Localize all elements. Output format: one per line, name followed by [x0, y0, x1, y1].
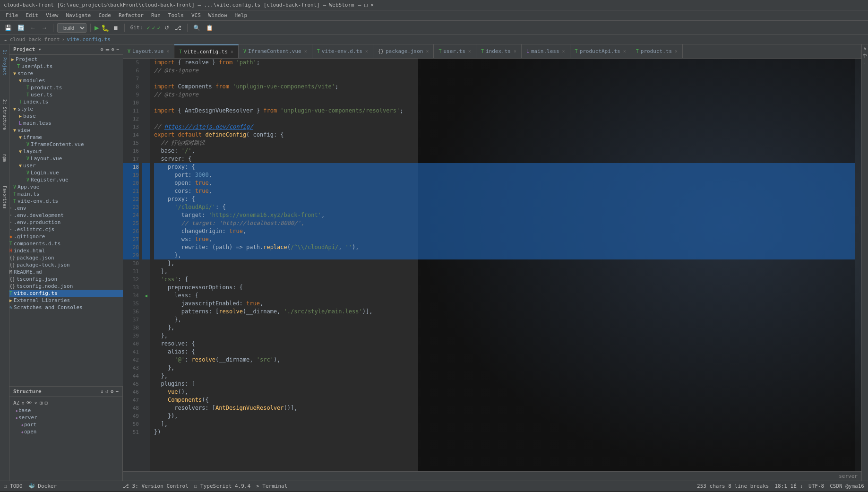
version-control-btn[interactable]: ⎇ 3: Version Control [123, 483, 189, 489]
search-btn[interactable]: 🔍 [191, 24, 202, 32]
sort-type-icon[interactable]: ↕ [21, 400, 25, 406]
window-close-btn[interactable]: — □ ✕ [358, 2, 374, 8]
editor-scrollbar[interactable] [855, 59, 861, 471]
structure-item-base[interactable]: ⬥ base [13, 407, 119, 414]
tree-item-main-less[interactable]: L main.less [9, 120, 123, 127]
project-layout-icon[interactable]: ☰ [105, 47, 110, 52]
sidebar-favorites-icon[interactable]: Favorites [1, 184, 8, 211]
sort-alpha-icon[interactable]: AZ [13, 400, 19, 406]
sidebar-npm-icon[interactable]: npm [1, 152, 8, 164]
sync-btn[interactable]: 🔄 [16, 24, 26, 32]
tree-item-layout-dir[interactable]: ▼ layout [9, 148, 123, 155]
expand-icon[interactable]: ⊞ [40, 400, 43, 406]
tab-close-btn[interactable] [231, 49, 233, 54]
tab-close-btn[interactable] [166, 49, 169, 54]
project-settings-icon[interactable]: ⚙ [112, 47, 114, 52]
tab-iframe-content[interactable]: V IframeContent.vue [239, 44, 312, 58]
menu-edit[interactable]: Edit [22, 11, 43, 19]
terminal-btn[interactable]: > Terminal [256, 483, 287, 489]
tree-item-scratches[interactable]: ✎ Scratches and Consoles [9, 304, 123, 311]
tree-item-base[interactable]: ▶ base [9, 112, 123, 120]
editor-content[interactable]: 5 6 7 8 9 10 11 12 13 14 15 16 17 18 19 … [123, 59, 861, 471]
share-btn[interactable]: 📋 [204, 24, 215, 32]
tab-close-btn[interactable] [365, 49, 368, 54]
debug-btn[interactable]: 🐛 [101, 24, 109, 32]
tab-close-btn[interactable] [426, 49, 429, 54]
tree-item-env-dev[interactable]: · .env.development [9, 212, 123, 219]
structure-item-port[interactable]: ⬥ port [13, 421, 119, 428]
menu-refactor[interactable]: Refactor [115, 11, 147, 19]
sort-icon[interactable]: ↕ [101, 388, 104, 395]
tab-product-api[interactable]: T productApi.ts [570, 44, 631, 58]
stop-btn[interactable]: ⏹ [111, 24, 120, 32]
tree-item-layout-vue[interactable]: V Layout.vue [9, 155, 123, 162]
todo-btn[interactable]: ☐ TODO [4, 483, 23, 489]
back-btn[interactable]: ← [28, 24, 38, 32]
filter-icon[interactable]: ⚬ [34, 400, 38, 406]
tree-item-external-libs[interactable]: ▶ External Libraries [9, 297, 123, 304]
tree-item-package-json[interactable]: {} package.json [9, 254, 123, 261]
tab-vite-config[interactable]: T vite.config.ts [174, 44, 239, 58]
collapse-icon[interactable]: ⊟ [45, 400, 48, 406]
sort-vis-icon[interactable]: 👁 [26, 400, 32, 406]
tree-item-tsconfig[interactable]: {} tsconfig.json [9, 276, 123, 283]
tab-close-btn[interactable] [514, 49, 516, 54]
tree-item-userapi[interactable]: T userApi.ts [9, 63, 123, 70]
menu-help[interactable]: Help [231, 11, 251, 19]
settings-icon[interactable]: ⚙ [111, 388, 114, 395]
tab-close-btn[interactable] [304, 49, 307, 54]
tab-close-btn[interactable] [623, 49, 626, 54]
tree-item-user-ts[interactable]: T user.ts [9, 91, 123, 98]
menu-tools[interactable]: Tools [164, 11, 188, 19]
tree-item-product-ts[interactable]: T product.ts [9, 84, 123, 91]
tree-item-index-ts-store[interactable]: T index.ts [9, 98, 123, 105]
run-btn[interactable]: ▶ [95, 23, 99, 32]
tree-item-iframe-content[interactable]: V IframeContent.vue [9, 141, 123, 148]
tree-item-eslintrc[interactable]: · .eslintrc.cjs [9, 226, 123, 233]
sidebar-structure-icon[interactable]: 2: Structure [1, 97, 8, 132]
tab-main-less[interactable]: L main.less [522, 44, 570, 58]
build-config-dropdown[interactable]: build [57, 23, 86, 33]
tree-item-user-dir[interactable]: ▼ user [9, 162, 123, 169]
tree-item-iframe[interactable]: ▼ iframe [9, 134, 123, 141]
tab-vite-env[interactable]: T vite-env.d.ts [312, 44, 373, 58]
structure-item-server[interactable]: ⬥ server [13, 414, 119, 421]
tree-item-view[interactable]: ▼ view [9, 127, 123, 134]
git-branch-btn[interactable]: ⎇ [173, 24, 183, 32]
tree-item-components-dts[interactable]: T components.d.ts [9, 240, 123, 247]
project-minimize-icon[interactable]: − [116, 47, 119, 52]
tree-item-package-lock[interactable]: {} package-lock.json [9, 261, 123, 268]
tree-item-env-prod[interactable]: · .env.production [9, 219, 123, 226]
tree-item-readme[interactable]: M README.md [9, 268, 123, 276]
sidebar-project-icon[interactable]: 1: Project [1, 48, 8, 77]
tree-item-gitignore[interactable]: ◈ .gitignore [9, 233, 123, 240]
menu-vcs[interactable]: VCS [188, 11, 205, 19]
tab-user-ts[interactable]: T user.ts [434, 44, 476, 58]
forward-btn[interactable]: → [40, 24, 49, 32]
tree-item-vite-env[interactable]: T vite-env.d.ts [9, 198, 123, 205]
tab-layout-vue[interactable]: V Layout.vue [123, 44, 174, 58]
menu-view[interactable]: View [42, 11, 62, 19]
typescript-btn[interactable]: ☐ TypeScript 4.9.4 [194, 483, 250, 489]
tree-item-store[interactable]: ▼ store [9, 70, 123, 77]
tree-item-style[interactable]: ▼ style [9, 105, 123, 112]
docker-btn[interactable]: 🐳 Docker [28, 483, 57, 489]
tab-product-ts[interactable]: T product.ts [631, 44, 683, 58]
tree-item-env[interactable]: · .env [9, 205, 123, 212]
minimize-icon[interactable]: − [115, 388, 119, 395]
tree-item-modules[interactable]: ▼ modules [9, 77, 123, 84]
tab-index-ts[interactable]: T index.ts [476, 44, 522, 58]
tree-item-app-vue[interactable]: V App.vue [9, 183, 123, 190]
menu-file[interactable]: File [2, 11, 22, 19]
tab-close-btn[interactable] [675, 49, 678, 54]
tree-item-index-html[interactable]: H index.html [9, 247, 123, 254]
tree-item-project[interactable]: ▶ Project [9, 56, 123, 63]
tab-close-btn[interactable] [562, 49, 565, 54]
git-rollback-btn[interactable]: ↺ [163, 24, 171, 32]
tab-close-btn[interactable] [468, 49, 471, 54]
structure-item-open[interactable]: ⬥ open [13, 428, 119, 435]
menu-navigate[interactable]: Navigate [62, 11, 95, 19]
tree-item-register[interactable]: V Register.vue [9, 176, 123, 183]
save-btn[interactable]: 💾 [3, 24, 14, 32]
menu-code[interactable]: Code [95, 11, 115, 19]
